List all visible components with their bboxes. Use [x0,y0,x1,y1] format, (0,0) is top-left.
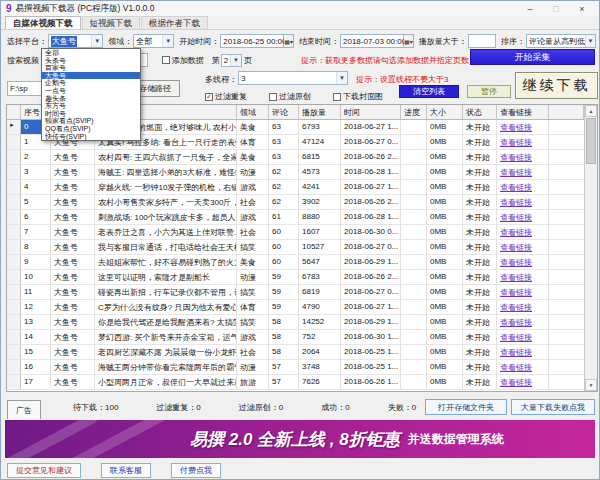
platform-option[interactable]: 东方号 [42,102,140,110]
cell: 4 [21,180,51,195]
calendar-icon[interactable]: ▦▾ [284,34,294,48]
paid-click-button[interactable]: 付费点我 [171,463,221,478]
view-link[interactable]: 查看链接 [497,300,549,315]
table-row[interactable]: 8大鱼号我与客服日常通话，打电话给社会王天枢...搞笑60105272018-0… [7,240,597,255]
row-selector [7,240,21,255]
view-link[interactable]: 查看链接 [497,180,549,195]
cell: 未开始 [463,180,497,195]
scrollbar-track[interactable] [585,165,597,379]
table-row[interactable]: 7大鱼号老表乔迁之喜，小六为其送上佳对联赞...社会6016072018-06-… [7,225,597,240]
view-link[interactable]: 查看链接 [497,225,549,240]
platform-option[interactable]: 企鹅号 [42,79,140,87]
platform-option[interactable]: 趣头条 [42,95,140,103]
view-link[interactable]: 查看链接 [497,120,549,135]
platform-option[interactable]: 大鱼号 [42,72,140,80]
view-link[interactable]: 查看链接 [497,375,549,390]
view-link[interactable]: 查看链接 [497,285,549,300]
table-row[interactable]: 13大鱼号你是给我代驾还是给我醒酒来着? 太搞笑了搞笑58142522018-0… [7,315,597,330]
table-row[interactable]: 6大鱼号刺激战场: 100个玩家跳皮卡多，超员人去...游戏6188802018… [7,210,597,225]
continue-download-button[interactable]: 继续下载 [515,72,598,99]
download-fail-help-button[interactable]: 大量下载失败点我 [511,399,595,415]
start-time-input[interactable]: 2018-06-25 00:00 [220,34,284,48]
table-row[interactable]: 2大鱼号农村四哥: 王四六叔抓了一只兔子，全家...美食6368152018-0… [7,150,597,165]
table-row[interactable]: 5大鱼号农村小哥售卖家乡特产，一天卖300斤，吃...社会6239022018-… [7,195,597,210]
view-link[interactable]: 查看链接 [497,345,549,360]
end-time-input[interactable]: 2018-07-03 00:00 [340,34,404,48]
header-link[interactable]: 查看链接 [497,105,549,120]
table-row[interactable]: 4大鱼号穿越火线: 一秒钟10发子弹的机枪，右键...游戏6242412018-… [7,180,597,195]
cell [401,135,427,150]
platform-option[interactable]: QQ看点(SVIP) [42,125,140,133]
header-status[interactable]: 状态 [463,105,497,120]
view-link[interactable]: 查看链接 [497,360,549,375]
row-selector [7,270,21,285]
view-link[interactable]: 查看链接 [497,165,549,180]
view-link[interactable]: 查看链接 [497,210,549,225]
header-progress[interactable]: 进度 [401,105,427,120]
header-field[interactable]: 领域 [237,105,269,120]
calendar-icon[interactable]: ▦▾ [404,34,414,48]
platform-option[interactable]: 快传号(SVIP) [42,133,140,141]
table-row[interactable]: 9大鱼号去姐姐家帮忙，好不容易碰到熟了的火龙...美食6056472018-06… [7,255,597,270]
view-link[interactable]: 查看链接 [497,150,549,165]
ad-banner[interactable]: 易撰 2.0 全新上线 , 8折钜惠 并送数据管理系统 [5,420,595,458]
download-cover-checkbox[interactable]: 下载封面图 [333,91,383,102]
cell: 美食 [237,255,269,270]
platform-select[interactable]: 大鱼号 ▼ [48,34,103,48]
add-data-checkbox[interactable]: 添加数据 [162,55,204,66]
platform-option[interactable]: 百家号 [42,64,140,72]
view-link[interactable]: 查看链接 [497,195,549,210]
table-row[interactable]: 15大鱼号老四厨艺深藏不露 为晨晨做一份小龙虾晨...社会5820642018-… [7,345,597,360]
view-link[interactable]: 查看链接 [497,135,549,150]
sort-select[interactable]: 评论量从高到低 ▼ [526,34,596,48]
ad-tab[interactable]: 广告 [7,400,41,419]
maximize-icon[interactable]: □ [550,4,562,14]
table-row[interactable]: 12大鱼号C罗为什么没有纹身? 只因为他太有爱心...体育5947902018-… [7,300,597,315]
view-link[interactable]: 查看链接 [497,330,549,345]
table-row[interactable]: 16大鱼号海贼王两分钟带你看完索隆两年后的霸气瞬间动漫5737482018-06… [7,360,597,375]
platform-option[interactable]: 全部 [42,49,140,57]
table-row[interactable]: 10大鱼号这里可以证明，索隆才是副船长动漫5967832018-06-26 2.… [7,270,597,285]
filter-duplicate-checkbox[interactable]: ✓ 过滤重复 [205,91,247,102]
view-link[interactable]: 查看链接 [497,270,549,285]
table-row[interactable]: 17大鱼号小型周两月正常，叔侄们一大早就过来准...旅游5776262018-0… [7,375,597,390]
open-folder-button[interactable]: 打开存储文件夹 [425,399,507,415]
minimize-icon[interactable]: – [524,4,536,14]
header-comments[interactable]: 评论 [269,105,299,120]
field-select[interactable]: 全部 ▼ [133,34,174,48]
close-icon[interactable]: × [576,4,588,14]
start-collect-button[interactable]: 开始采集 [470,49,595,65]
header-time[interactable]: 时间 [341,105,401,120]
feedback-button[interactable]: 提交意见和建议 [7,463,81,478]
tab-shortvideo-download[interactable]: 短视频下载 [82,16,141,29]
tab-by-author-download[interactable]: 根据作者下载 [141,16,208,29]
threads-select[interactable]: 3 ▼ [238,71,348,85]
cell: 12 [21,300,51,315]
cell: 59 [269,270,299,285]
scroll-up-icon[interactable]: ▲ [585,105,597,117]
view-link[interactable]: 查看链接 [497,240,549,255]
cell: 60 [269,255,299,270]
clear-list-button[interactable]: 清空列表 [399,85,459,98]
scroll-down-icon[interactable]: ▼ [585,379,597,391]
platform-option[interactable]: 时间号 [42,110,140,118]
platform-option[interactable]: 头条号 [42,57,140,65]
platform-option[interactable]: 独家看点(SVIP) [42,117,140,125]
plays-gt-input[interactable] [468,34,496,48]
header-size[interactable]: 大小 [427,105,463,120]
platform-dropdown[interactable]: 全部头条号百家号大鱼号企鹅号一点号趣头条东方号时间号独家看点(SVIP)QQ看点… [41,48,141,141]
contact-service-button[interactable]: 联系客服 [101,463,151,478]
page-select[interactable]: 2 ▼ [221,54,242,67]
table-row[interactable]: 11大鱼号碰瓷再出新招，行车记录仪都不管用，让...搞笑5968192018-0… [7,285,597,300]
scrollbar-thumb[interactable] [586,118,596,164]
vertical-scrollbar[interactable]: ▲ ▼ [584,105,597,391]
tab-selfmedia-download[interactable]: 自媒体视频下载 [5,16,81,29]
header-plays[interactable]: 播放量 [299,105,341,120]
platform-option[interactable]: 一点号 [42,87,140,95]
table-row[interactable]: 14大鱼号梦幻西游: 买个新号来开赤金宝箱，运气...游戏587522018-0… [7,330,597,345]
table-row[interactable]: 3大鱼号海贼王: 四皇选择小弟的3大标准，难怪红...动漫6245732018-… [7,165,597,180]
view-link[interactable]: 查看链接 [497,255,549,270]
view-link[interactable]: 查看链接 [497,315,549,330]
pause-button[interactable]: 暂停 [467,85,511,98]
filter-original-checkbox[interactable]: 过滤原创 [269,91,311,102]
